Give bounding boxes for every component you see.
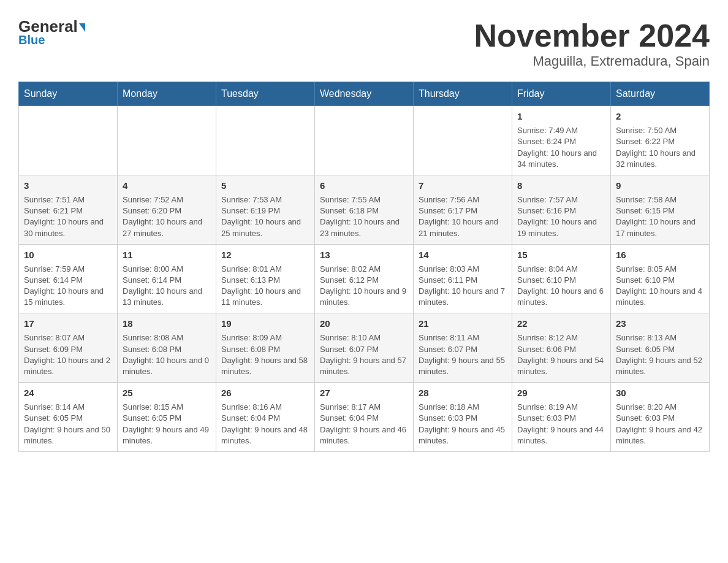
table-row: 9Sunrise: 7:58 AMSunset: 6:15 PMDaylight…: [611, 175, 710, 244]
col-monday: Monday: [118, 82, 216, 106]
table-row: 26Sunrise: 8:16 AMSunset: 6:04 PMDayligh…: [216, 383, 315, 452]
day-number: 22: [517, 317, 605, 330]
day-number: 2: [616, 110, 704, 123]
table-row: 8Sunrise: 7:57 AMSunset: 6:16 PMDaylight…: [512, 175, 611, 244]
table-row: 20Sunrise: 8:10 AMSunset: 6:07 PMDayligh…: [315, 313, 414, 383]
table-row: [414, 106, 512, 175]
day-number: 13: [320, 248, 408, 261]
title-block: November 2024 Maguilla, Extremadura, Spa…: [474, 18, 710, 69]
day-info: Sunrise: 7:57 AMSunset: 6:16 PMDaylight:…: [517, 194, 605, 239]
table-row: 4Sunrise: 7:52 AMSunset: 6:20 PMDaylight…: [118, 175, 216, 244]
day-info: Sunrise: 7:49 AMSunset: 6:24 PMDaylight:…: [517, 125, 605, 170]
logo-sub: Blue: [18, 33, 45, 47]
calendar-week-row: 10Sunrise: 7:59 AMSunset: 6:14 PMDayligh…: [19, 244, 710, 313]
table-row: 13Sunrise: 8:02 AMSunset: 6:12 PMDayligh…: [315, 244, 414, 313]
day-info: Sunrise: 7:58 AMSunset: 6:15 PMDaylight:…: [616, 194, 704, 239]
day-info: Sunrise: 8:08 AMSunset: 6:08 PMDaylight:…: [123, 332, 211, 377]
day-info: Sunrise: 7:53 AMSunset: 6:19 PMDaylight:…: [221, 194, 309, 239]
table-row: 14Sunrise: 8:03 AMSunset: 6:11 PMDayligh…: [414, 244, 512, 313]
table-row: 11Sunrise: 8:00 AMSunset: 6:14 PMDayligh…: [118, 244, 216, 313]
day-info: Sunrise: 7:50 AMSunset: 6:22 PMDaylight:…: [616, 125, 704, 170]
day-info: Sunrise: 7:56 AMSunset: 6:17 PMDaylight:…: [419, 194, 507, 239]
page-header: General Blue November 2024 Maguilla, Ext…: [12, 12, 716, 69]
table-row: [315, 106, 414, 175]
table-row: [216, 106, 315, 175]
day-number: 7: [419, 179, 507, 192]
col-thursday: Thursday: [414, 82, 512, 106]
table-row: 16Sunrise: 8:05 AMSunset: 6:10 PMDayligh…: [611, 244, 710, 313]
calendar-week-row: 3Sunrise: 7:51 AMSunset: 6:21 PMDaylight…: [19, 175, 710, 244]
table-row: 2Sunrise: 7:50 AMSunset: 6:22 PMDaylight…: [611, 106, 710, 175]
table-row: 17Sunrise: 8:07 AMSunset: 6:09 PMDayligh…: [19, 313, 118, 383]
day-number: 9: [616, 179, 704, 192]
day-info: Sunrise: 8:17 AMSunset: 6:04 PMDaylight:…: [320, 402, 408, 446]
day-number: 1: [517, 110, 605, 123]
logo-triangle-icon: [79, 23, 85, 32]
logo-main: General: [18, 18, 85, 34]
day-info: Sunrise: 7:52 AMSunset: 6:20 PMDaylight:…: [123, 194, 211, 239]
day-info: Sunrise: 7:51 AMSunset: 6:21 PMDaylight:…: [24, 194, 112, 239]
day-number: 10: [24, 248, 112, 261]
day-info: Sunrise: 8:04 AMSunset: 6:10 PMDaylight:…: [517, 264, 605, 308]
table-row: 1Sunrise: 7:49 AMSunset: 6:24 PMDaylight…: [512, 106, 611, 175]
day-number: 5: [221, 179, 309, 192]
col-saturday: Saturday: [611, 82, 710, 106]
table-row: 23Sunrise: 8:13 AMSunset: 6:05 PMDayligh…: [611, 313, 710, 383]
table-row: 6Sunrise: 7:55 AMSunset: 6:18 PMDaylight…: [315, 175, 414, 244]
day-info: Sunrise: 7:59 AMSunset: 6:14 PMDaylight:…: [24, 264, 112, 308]
table-row: 3Sunrise: 7:51 AMSunset: 6:21 PMDaylight…: [19, 175, 118, 244]
table-row: 28Sunrise: 8:18 AMSunset: 6:03 PMDayligh…: [414, 383, 512, 452]
day-number: 20: [320, 317, 408, 330]
day-info: Sunrise: 8:01 AMSunset: 6:13 PMDaylight:…: [221, 264, 309, 308]
day-info: Sunrise: 8:05 AMSunset: 6:10 PMDaylight:…: [616, 264, 704, 308]
day-info: Sunrise: 8:14 AMSunset: 6:05 PMDaylight:…: [24, 402, 112, 446]
day-number: 17: [24, 317, 112, 330]
table-row: 22Sunrise: 8:12 AMSunset: 6:06 PMDayligh…: [512, 313, 611, 383]
table-row: 19Sunrise: 8:09 AMSunset: 6:08 PMDayligh…: [216, 313, 315, 383]
day-number: 16: [616, 248, 704, 261]
day-number: 23: [616, 317, 704, 330]
day-info: Sunrise: 8:15 AMSunset: 6:05 PMDaylight:…: [123, 402, 211, 446]
table-row: 7Sunrise: 7:56 AMSunset: 6:17 PMDaylight…: [414, 175, 512, 244]
page-title: November 2024: [474, 18, 710, 53]
day-number: 21: [419, 317, 507, 330]
day-info: Sunrise: 8:07 AMSunset: 6:09 PMDaylight:…: [24, 332, 112, 377]
day-number: 19: [221, 317, 309, 330]
day-number: 27: [320, 386, 408, 399]
col-tuesday: Tuesday: [216, 82, 315, 106]
day-info: Sunrise: 8:03 AMSunset: 6:11 PMDaylight:…: [419, 264, 507, 308]
day-number: 4: [123, 179, 211, 192]
day-number: 30: [616, 386, 704, 399]
table-row: [118, 106, 216, 175]
day-number: 6: [320, 179, 408, 192]
table-row: 15Sunrise: 8:04 AMSunset: 6:10 PMDayligh…: [512, 244, 611, 313]
table-row: 30Sunrise: 8:20 AMSunset: 6:03 PMDayligh…: [611, 383, 710, 452]
day-info: Sunrise: 8:13 AMSunset: 6:05 PMDaylight:…: [616, 332, 704, 377]
day-number: 14: [419, 248, 507, 261]
table-row: 25Sunrise: 8:15 AMSunset: 6:05 PMDayligh…: [118, 383, 216, 452]
day-info: Sunrise: 8:16 AMSunset: 6:04 PMDaylight:…: [221, 402, 309, 446]
day-number: 26: [221, 386, 309, 399]
table-row: [19, 106, 118, 175]
day-info: Sunrise: 8:00 AMSunset: 6:14 PMDaylight:…: [123, 264, 211, 308]
day-info: Sunrise: 8:18 AMSunset: 6:03 PMDaylight:…: [419, 402, 507, 446]
table-row: 12Sunrise: 8:01 AMSunset: 6:13 PMDayligh…: [216, 244, 315, 313]
calendar-table: Sunday Monday Tuesday Wednesday Thursday…: [18, 82, 710, 452]
day-number: 18: [123, 317, 211, 330]
day-info: Sunrise: 8:10 AMSunset: 6:07 PMDaylight:…: [320, 332, 408, 377]
day-info: Sunrise: 8:11 AMSunset: 6:07 PMDaylight:…: [419, 332, 507, 377]
day-number: 11: [123, 248, 211, 261]
table-row: 21Sunrise: 8:11 AMSunset: 6:07 PMDayligh…: [414, 313, 512, 383]
day-number: 3: [24, 179, 112, 192]
day-info: Sunrise: 8:20 AMSunset: 6:03 PMDaylight:…: [616, 402, 704, 446]
day-number: 29: [517, 386, 605, 399]
calendar-week-row: 17Sunrise: 8:07 AMSunset: 6:09 PMDayligh…: [19, 313, 710, 383]
col-sunday: Sunday: [19, 82, 118, 106]
day-number: 24: [24, 386, 112, 399]
day-number: 28: [419, 386, 507, 399]
day-info: Sunrise: 8:12 AMSunset: 6:06 PMDaylight:…: [517, 332, 605, 377]
col-friday: Friday: [512, 82, 611, 106]
day-info: Sunrise: 7:55 AMSunset: 6:18 PMDaylight:…: [320, 194, 408, 239]
col-wednesday: Wednesday: [315, 82, 414, 106]
day-number: 12: [221, 248, 309, 261]
